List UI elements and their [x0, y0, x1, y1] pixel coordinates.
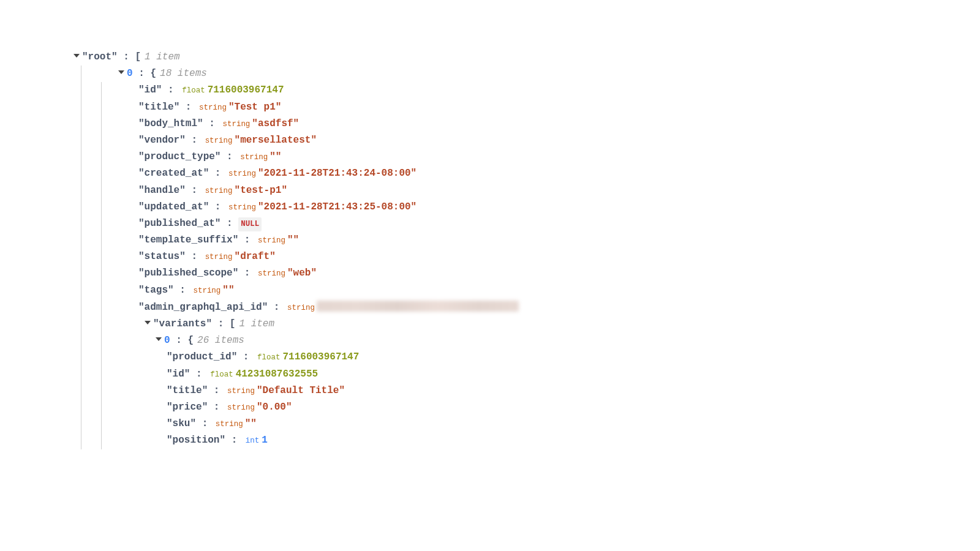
field-variant-id[interactable]: id : float 41231087632555	[107, 366, 980, 383]
field-variant-title[interactable]: title : string Default Title	[107, 383, 980, 399]
field-published-scope[interactable]: published_scope : string web	[107, 265, 980, 282]
field-status[interactable]: status : string draft	[107, 249, 980, 265]
field-variant-price[interactable]: price : string 0.00	[107, 399, 980, 416]
node-root[interactable]: root : [ 1 item	[74, 49, 980, 66]
node-variants[interactable]: variants : [ 1 item	[107, 316, 980, 332]
key-root: root	[82, 49, 118, 66]
field-template-suffix[interactable]: template_suffix : string	[107, 232, 980, 249]
field-handle[interactable]: handle : string test-p1	[107, 182, 980, 199]
field-body-html[interactable]: body_html : string asdfsf	[107, 116, 980, 132]
count-root: 1 item	[145, 49, 180, 66]
node-variant-0[interactable]: 0 : { 26 items	[107, 332, 980, 349]
field-created-at[interactable]: created_at : string 2021-11-28T21:43:24-…	[107, 165, 980, 182]
field-title[interactable]: title : string Test p1	[107, 99, 980, 116]
field-product-type[interactable]: product_type : string	[107, 149, 980, 165]
chevron-down-icon[interactable]	[118, 70, 124, 74]
field-id[interactable]: id : float 7116003967147	[107, 82, 980, 99]
count-item-0: 18 items	[160, 66, 207, 82]
chevron-down-icon[interactable]	[74, 54, 80, 58]
field-tags[interactable]: tags : string	[107, 282, 980, 299]
field-variant-sku[interactable]: sku : string	[107, 416, 980, 432]
redacted-value	[317, 301, 519, 312]
chevron-down-icon[interactable]	[145, 321, 151, 324]
index-0: 0	[127, 66, 133, 82]
chevron-down-icon[interactable]	[156, 337, 162, 341]
field-published-at[interactable]: published_at : NULL	[107, 216, 980, 232]
field-vendor[interactable]: vendor : string mersellatest	[107, 132, 980, 149]
field-variant-position[interactable]: position : int 1	[107, 432, 980, 449]
node-item-0[interactable]: 0 : { 18 items	[96, 66, 980, 82]
field-admin-graphql-api-id[interactable]: admin_graphql_api_id : string	[107, 299, 980, 316]
field-updated-at[interactable]: updated_at : string 2021-11-28T21:43:25-…	[107, 199, 980, 216]
json-tree: root : [ 1 item 0 : { 18 items id : floa…	[74, 49, 980, 449]
field-variant-product-id[interactable]: product_id : float 7116003967147	[107, 349, 980, 365]
